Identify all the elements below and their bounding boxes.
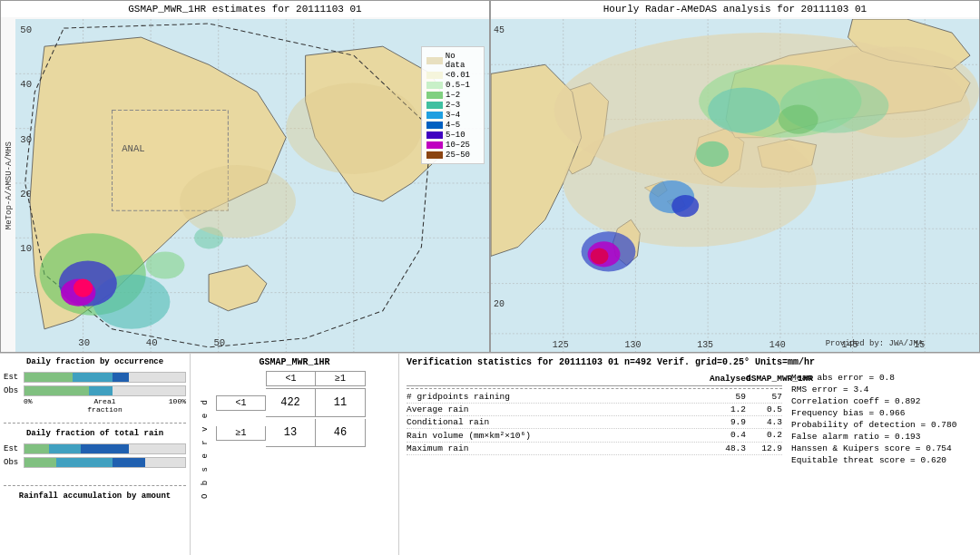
contingency-table-inner: <1 ≥1 <1 422 11 ≥1 13 46: [216, 371, 366, 447]
legend-label-nodata: No data: [446, 52, 479, 70]
svg-point-33: [286, 83, 421, 174]
verif-row-3-label: Rain volume (mm×km²×10⁶): [407, 430, 710, 441]
row-header-1: <1: [216, 395, 266, 411]
chart1-title: Daily fraction by occurrence: [4, 357, 186, 366]
svg-text:50: 50: [20, 24, 32, 35]
legend-item-nodata: No data: [426, 52, 479, 70]
legend-label-0: <0.01: [446, 71, 470, 80]
right-map-title: Hourly Radar-AMeDAS analysis for 2011110…: [491, 1, 979, 17]
svg-point-80: [779, 105, 818, 134]
svg-point-75: [671, 195, 699, 217]
svg-text:135: 135: [697, 340, 713, 350]
color-legend: No data <0.01 0.5–1 1–2: [421, 46, 485, 164]
cell-11: 46: [316, 419, 366, 447]
verif-divider: [407, 388, 782, 389]
chart1-obs-bar-fill: [24, 386, 89, 395]
svg-text:40: 40: [20, 80, 32, 91]
legend-label-2: 1–2: [446, 91, 460, 100]
chart1-est-label: Est: [4, 373, 24, 382]
verif-col-label: [407, 374, 710, 384]
chart1-est-bar: [24, 372, 186, 383]
stat-3: Frequency bias = 0.966: [791, 408, 973, 418]
svg-point-30: [146, 251, 185, 278]
chart1-x-center: Areal fraction: [78, 397, 132, 414]
cont-row-2: ≥1 13 46: [216, 419, 366, 447]
stat-4: Probability of detection = 0.780: [791, 420, 973, 430]
divider1: [4, 423, 186, 424]
cell-10: 13: [266, 419, 316, 447]
svg-text:40: 40: [146, 337, 158, 348]
right-map-panel: Hourly Radar-AMeDAS analysis for 2011110…: [490, 0, 980, 353]
verif-row-4-gsmap: 12.9: [746, 443, 782, 453]
verif-row-0-analysed: 59: [710, 392, 746, 402]
verif-stats-right: Mean abs error = 0.8 RMS error = 3.4 Cor…: [791, 373, 973, 465]
stat-7: Equitable threat score = 0.620: [791, 455, 973, 465]
col-header-1: <1: [266, 371, 316, 386]
legend-item-6: 5–10: [426, 131, 479, 140]
svg-text:30: 30: [78, 337, 90, 348]
legend-color-0: [426, 72, 443, 79]
contingency-title: GSMAP_MWR_1HR: [194, 357, 395, 367]
legend-label-7: 10–25: [446, 141, 470, 150]
col-headers: <1 ≥1: [266, 371, 366, 386]
stat-5: False alarm ratio = 0.193: [791, 432, 973, 442]
main-container: GSMAP_MWR_1HR estimates for 20111103 01 …: [0, 0, 980, 555]
cell-00: 422: [266, 388, 316, 417]
legend-color-7: [426, 141, 443, 149]
contingency-panel: GSMAP_MWR_1HR O b s e r v e d <1 ≥1 <1: [191, 354, 399, 555]
svg-point-29: [74, 279, 93, 297]
chart2-est-bar: [24, 443, 186, 454]
right-map-svg: 45 40 35 30 25 20 125 130 135 140 145 15: [491, 19, 979, 352]
svg-point-78: [591, 248, 609, 264]
svg-point-32: [180, 165, 296, 238]
legend-color-3: [426, 102, 443, 109]
chart2-obs-bar: [24, 457, 186, 468]
legend-label-4: 3–4: [446, 111, 460, 120]
contingency-table-wrapper: O b s e r v e d <1 ≥1 <1 422 11: [194, 371, 395, 499]
verif-row-4-label: Maximum rain: [407, 443, 710, 453]
legend-color-1: [426, 82, 443, 89]
stat-0: Mean abs error = 0.8: [791, 373, 973, 383]
stat-6: Hanssen & Kuipers score = 0.754: [791, 443, 973, 453]
legend-color-5: [426, 122, 443, 129]
svg-text:10: 10: [20, 244, 32, 255]
svg-point-79: [696, 141, 729, 167]
legend-color-6: [426, 131, 443, 139]
verif-row-3: Rain volume (mm×km²×10⁶) 0.4 0.2: [407, 429, 782, 443]
svg-text:ANAL: ANAL: [122, 143, 145, 154]
chart1-obs-bar-fill2: [89, 386, 113, 395]
verif-col-analysed: Analysed: [710, 374, 746, 384]
legend-item-8: 25–50: [426, 151, 479, 160]
svg-text:20: 20: [494, 299, 505, 309]
legend-label-5: 4–5: [446, 121, 460, 130]
chart1-area: Est Obs 0% Areal fraction: [4, 372, 186, 417]
chart1-x-left: 0%: [24, 397, 78, 414]
legend-label-6: 5–10: [446, 131, 466, 140]
legend-item-2: 1–2: [426, 91, 479, 100]
left-map-title: GSMAP_MWR_1HR estimates for 20111103 01: [1, 1, 489, 17]
chart2-area: Est Obs: [4, 443, 186, 480]
svg-text:130: 130: [624, 340, 641, 350]
chart2-title: Daily fraction of total rain: [4, 429, 186, 438]
svg-text:125: 125: [553, 340, 569, 350]
legend-label-1: 0.5–1: [446, 81, 470, 90]
legend-item-0: <0.01: [426, 71, 479, 80]
chart1-est-bar-fill3: [113, 373, 129, 382]
verif-row-3-analysed: 0.4: [710, 430, 746, 441]
verif-col-gsmap: GSMAP_MWR_1HR: [746, 374, 782, 384]
legend-item-5: 4–5: [426, 121, 479, 130]
chart1-obs-bar: [24, 385, 186, 396]
verif-row-2-gsmap: 4.3: [746, 417, 782, 427]
svg-text:Provided by: JWA/JMA: Provided by: JWA/JMA: [826, 339, 924, 348]
cell-01: 11: [316, 388, 366, 417]
verif-row-2-analysed: 9.9: [710, 417, 746, 427]
bottom-left-panel: Daily fraction by occurrence Est Obs: [0, 354, 191, 555]
chart2-obs-label: Obs: [4, 458, 24, 467]
verif-row-3-gsmap: 0.2: [746, 430, 782, 441]
left-map-y-label: MeTop-A/AMSU-A/MHS: [5, 141, 14, 229]
divider2: [4, 485, 186, 486]
svg-point-73: [708, 87, 780, 132]
verification-panel: Verification statistics for 20111103 01 …: [399, 354, 980, 555]
left-map-panel: GSMAP_MWR_1HR estimates for 20111103 01 …: [0, 0, 490, 353]
verif-table: Analysed GSMAP_MWR_1HR # gridpoints rain…: [407, 373, 782, 465]
